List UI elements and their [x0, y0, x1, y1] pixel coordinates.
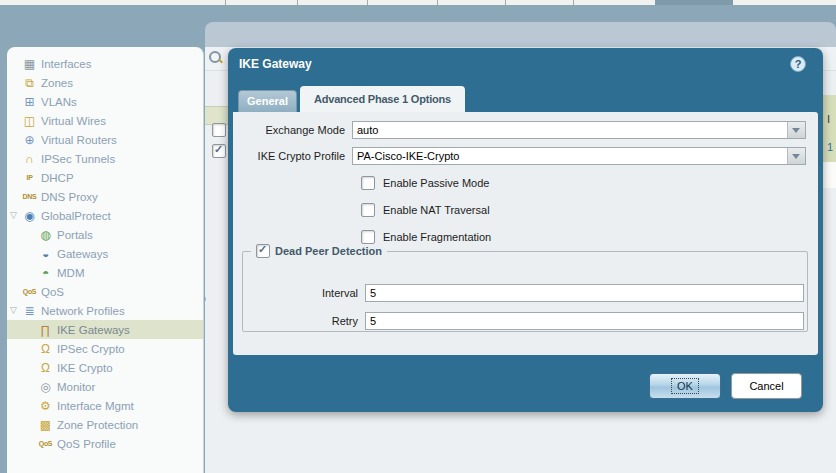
globalprotect-expander-icon[interactable]: ▽ — [10, 210, 17, 220]
sidebar-item-ipsec-tunnels[interactable]: ∩IPSec Tunnels — [7, 149, 203, 168]
gateways-icon: ◒ — [37, 248, 54, 260]
sidebar-item-monitor[interactable]: ◎Monitor — [7, 377, 203, 396]
chevron-down-icon[interactable] — [787, 148, 805, 164]
sidebar-item-label: Portals — [57, 229, 93, 241]
sidebar-item-label: Zones — [41, 77, 73, 89]
sidebar-item-ike-crypto[interactable]: ΩIKE Crypto — [7, 358, 203, 377]
portals-icon: ◍ — [37, 229, 54, 241]
top-tab-separator — [505, 0, 506, 5]
sidebar-item-label: Zone Protection — [57, 419, 138, 431]
sidebar-item-label: Network Profiles — [41, 305, 125, 317]
exchange-mode-value: auto — [357, 124, 378, 136]
table-row-right-sliver — [822, 162, 836, 188]
retry-input[interactable]: 5 — [365, 312, 804, 330]
ike-crypto-profile-select[interactable]: PA-Cisco-IKE-Crypto — [352, 147, 806, 165]
sidebar-item-label: Interface Mgmt — [57, 400, 134, 412]
sidebar-item-label: MDM — [57, 267, 84, 279]
ok-button[interactable]: OK — [649, 373, 721, 399]
interfaces-icon: ▦ — [21, 58, 38, 70]
sidebar-item-globalprotect[interactable]: ▽◉GlobalProtect — [7, 206, 203, 225]
sidebar-item-label: IPSec Crypto — [57, 343, 125, 355]
sidebar-item-zone-protection[interactable]: ▩Zone Protection — [7, 415, 203, 434]
ike-gateways-icon: ∏ — [37, 324, 54, 336]
sidebar-item-ike-gateways[interactable]: ∏IKE Gateways — [7, 320, 203, 339]
ipsec-tunnels-icon: ∩ — [21, 153, 38, 165]
ok-button-label: OK — [672, 379, 698, 393]
sidebar-item-mdm[interactable]: ◓MDM — [7, 263, 203, 282]
sidebar-item-dhcp[interactable]: IPDHCP — [7, 168, 203, 187]
table-row-link-fragment[interactable]: 1 — [827, 141, 833, 153]
sidebar-item-portals[interactable]: ◍Portals — [7, 225, 203, 244]
retry-label: Retry — [238, 312, 358, 331]
sidebar-item-label: QoS Profile — [57, 438, 116, 450]
sidebar-item-gateways[interactable]: ◒Gateways — [7, 244, 203, 263]
mdm-icon: ◓ — [37, 267, 54, 279]
sidebar-item-label: IKE Gateways — [57, 324, 130, 336]
table-column-header-fragment: I — [827, 113, 830, 125]
sidebar-item-label: Virtual Routers — [41, 134, 117, 146]
virtual-wires-icon: ◫ — [21, 115, 38, 127]
dialog-tabs: General Advanced Phase 1 Options — [238, 86, 465, 112]
top-tab-separator — [225, 0, 226, 5]
search-icon[interactable] — [209, 51, 222, 64]
sidebar-item-virtual-routers[interactable]: ⊕Virtual Routers — [7, 130, 203, 149]
top-nav-tabs[interactable] — [0, 0, 836, 5]
dhcp-icon: IP — [21, 174, 38, 181]
globalprotect-icon: ◉ — [21, 210, 38, 222]
sidebar-item-zones[interactable]: ⧉Zones — [7, 73, 203, 92]
dead-peer-detection-label: Dead Peer Detection — [275, 245, 382, 257]
top-tab-separator — [437, 0, 438, 5]
sidebar-item-network-profiles[interactable]: ▽≣Network Profiles — [7, 301, 203, 320]
chevron-down-icon[interactable] — [787, 122, 805, 138]
top-tab-separator — [573, 0, 574, 5]
checkbox-row: Enable NAT Traversal — [361, 203, 490, 217]
top-tab-separator — [297, 0, 298, 5]
sidebar-item-interface-mgmt[interactable]: ⚙Interface Mgmt — [7, 396, 203, 415]
pan-os-network-page: { "sidebar": { "items": [ {"name":"inter… — [0, 0, 836, 473]
sidebar-item-list: ▦Interfaces⧉Zones⊞VLANs◫Virtual Wires⊕Vi… — [7, 47, 203, 453]
sidebar-item-label: DNS Proxy — [41, 191, 98, 203]
sidebar-item-label: IKE Crypto — [57, 362, 113, 374]
cancel-button[interactable]: Cancel — [731, 373, 802, 399]
enable-passive-mode-checkbox[interactable] — [361, 176, 375, 190]
interface-mgmt-icon: ⚙ — [37, 400, 54, 412]
ike-crypto-profile-value: PA-Cisco-IKE-Crypto — [357, 150, 459, 162]
sidebar-item-virtual-wires[interactable]: ◫Virtual Wires — [7, 111, 203, 130]
sidebar-item-qos-profile[interactable]: QoSQoS Profile — [7, 434, 203, 453]
advanced-phase-1-options-panel: Exchange Mode auto IKE Crypto Profile PA… — [233, 112, 818, 355]
ike-gateway-dialog: IKE Gateway ? General Advanced Phase 1 O… — [228, 48, 823, 412]
tab-advanced-phase-1-options[interactable]: Advanced Phase 1 Options — [300, 86, 465, 112]
monitor-icon: ◎ — [37, 381, 54, 393]
dead-peer-detection-checkbox[interactable] — [256, 244, 270, 258]
vlans-icon: ⊞ — [21, 96, 38, 108]
table-header-checkbox[interactable] — [212, 123, 226, 137]
sidebar-item-label: GlobalProtect — [41, 210, 111, 222]
top-tab-separator — [367, 0, 368, 5]
enable-fragmentation-checkbox[interactable] — [361, 230, 375, 244]
sidebar-item-vlans[interactable]: ⊞VLANs — [7, 92, 203, 111]
help-icon[interactable]: ? — [790, 56, 806, 72]
top-nav-selected-tab[interactable] — [655, 0, 733, 5]
checkbox-row: Enable Passive Mode — [361, 176, 489, 190]
enable-nat-traversal-checkbox[interactable] — [361, 203, 375, 217]
exchange-mode-label: Exchange Mode — [235, 121, 345, 140]
sidebar-item-dns-proxy[interactable]: DNSDNS Proxy — [7, 187, 203, 206]
dns-proxy-icon: DNS — [21, 193, 38, 200]
checkbox-label: Enable NAT Traversal — [383, 204, 490, 216]
network-profiles-expander-icon[interactable]: ▽ — [10, 305, 17, 315]
table-row-checkbox[interactable] — [212, 144, 226, 158]
checkbox-label: Enable Passive Mode — [383, 177, 489, 189]
tab-general[interactable]: General — [238, 90, 297, 112]
sidebar-item-label: DHCP — [41, 172, 74, 184]
sidebar-item-qos[interactable]: QoSQoS — [7, 282, 203, 301]
sidebar-item-label: Monitor — [57, 381, 95, 393]
sidebar-item-interfaces[interactable]: ▦Interfaces — [7, 54, 203, 73]
zone-protection-icon: ▩ — [37, 419, 54, 431]
ike-crypto-icon: Ω — [37, 362, 54, 374]
exchange-mode-select[interactable]: auto — [352, 121, 806, 139]
interval-label: Interval — [238, 284, 358, 303]
ipsec-crypto-icon: Ω — [37, 343, 54, 355]
sidebar-item-ipsec-crypto[interactable]: ΩIPSec Crypto — [7, 339, 203, 358]
qos-icon: QoS — [21, 288, 38, 295]
interval-input[interactable]: 5 — [365, 284, 804, 302]
